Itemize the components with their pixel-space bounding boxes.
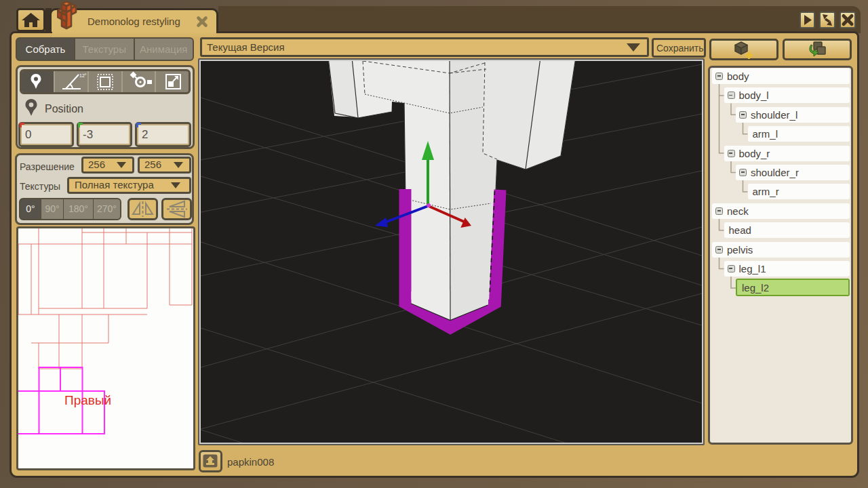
svg-text:Правый: Правый — [64, 393, 111, 407]
svg-text:12°: 12° — [79, 73, 87, 78]
